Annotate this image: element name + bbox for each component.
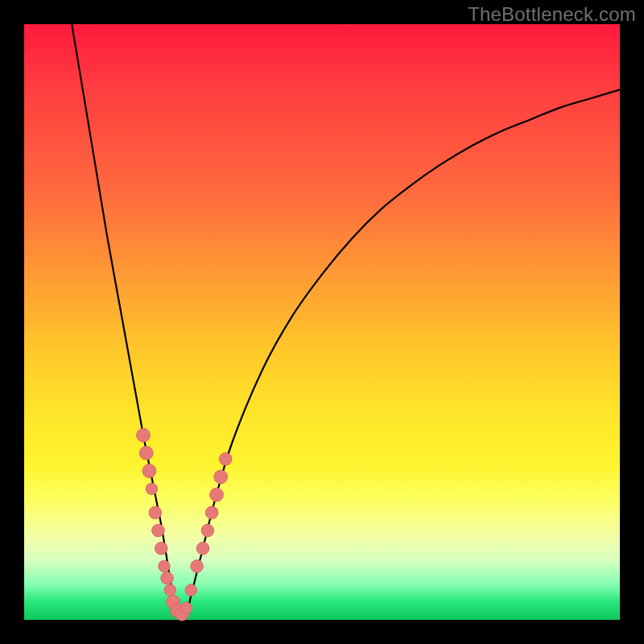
- data-marker: [205, 506, 218, 519]
- data-marker: [210, 488, 224, 502]
- data-marker: [191, 560, 204, 573]
- data-marker: [185, 584, 196, 596]
- data-markers: [137, 428, 232, 621]
- data-marker: [137, 428, 151, 442]
- curve-svg: [24, 24, 620, 620]
- watermark-text: TheBottleneck.com: [468, 3, 636, 26]
- data-marker: [152, 524, 165, 537]
- data-marker: [146, 483, 157, 494]
- data-marker: [219, 452, 232, 465]
- data-marker: [196, 542, 209, 555]
- data-marker: [142, 464, 156, 478]
- data-marker: [164, 584, 175, 596]
- data-marker: [159, 560, 170, 572]
- outer-frame: TheBottleneck.com: [0, 0, 644, 644]
- data-marker: [180, 602, 192, 613]
- data-marker: [155, 542, 167, 555]
- data-marker: [161, 572, 174, 584]
- plot-area: [24, 24, 620, 620]
- data-marker: [201, 524, 214, 537]
- data-marker: [149, 506, 162, 519]
- data-marker: [139, 446, 153, 460]
- data-marker: [214, 470, 228, 484]
